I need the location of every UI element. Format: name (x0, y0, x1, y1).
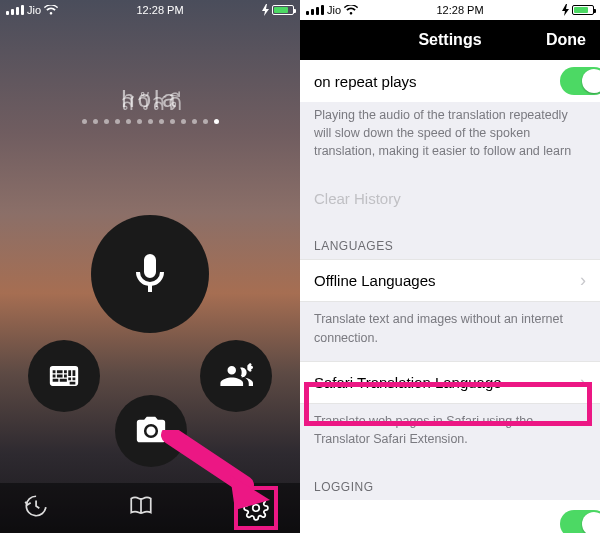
languages-section-header: LANGUAGES (300, 221, 600, 259)
clock-label: 12:28 PM (436, 4, 483, 16)
done-button[interactable]: Done (530, 31, 600, 49)
greeting-overlay-text: สวัสดี (121, 85, 178, 120)
nav-title: Settings (370, 31, 530, 49)
phrasebook-button[interactable] (128, 493, 154, 523)
mic-icon (126, 250, 174, 298)
carrier-label: Jio (27, 4, 41, 16)
carrier-label: Jio (327, 4, 341, 16)
conversation-button[interactable] (200, 340, 272, 412)
greeting-carousel[interactable]: hola สวัสดี (0, 85, 300, 124)
camera-button[interactable] (115, 395, 187, 467)
repeat-plays-desc: Playing the audio of the translation rep… (300, 102, 600, 174)
book-icon (128, 493, 154, 519)
signal-icon (306, 5, 324, 15)
keyboard-icon (47, 359, 81, 393)
battery-icon (272, 5, 294, 15)
offline-languages-desc: Translate text and images without an int… (300, 302, 600, 360)
history-icon (22, 493, 48, 519)
settings-screen: Jio 12:28 PM Settings Done on repeat pla… (300, 0, 600, 533)
logging-toggle[interactable] (560, 510, 600, 533)
wifi-icon (44, 5, 58, 15)
status-bar: Jio 12:28 PM (300, 0, 600, 20)
chevron-right-icon: › (580, 270, 586, 291)
clear-history-button[interactable]: Clear History (300, 174, 600, 221)
gear-icon (243, 495, 269, 521)
wifi-icon (344, 5, 358, 15)
logging-row[interactable] (300, 500, 600, 533)
mic-button[interactable] (91, 215, 209, 333)
bolt-icon (262, 4, 269, 16)
svg-point-1 (253, 505, 260, 512)
offline-languages-row[interactable]: Offline Languages › (300, 259, 600, 302)
battery-icon (572, 5, 594, 15)
safari-translation-desc: Translate web pages in Safari using the … (300, 404, 600, 462)
status-bar: Jio 12:28 PM (0, 0, 300, 20)
offline-languages-label: Offline Languages (314, 272, 436, 289)
translator-home-screen: Jio 12:28 PM hola สวัสดี (0, 0, 300, 533)
bolt-icon (562, 4, 569, 16)
keyboard-button[interactable] (28, 340, 100, 412)
clock-label: 12:28 PM (136, 4, 183, 16)
safari-translation-label: Safari Translation Language (314, 374, 502, 391)
repeat-plays-toggle[interactable] (560, 67, 600, 95)
history-button[interactable] (22, 493, 48, 523)
chevron-right-icon: › (580, 372, 586, 393)
conversation-icon (219, 359, 253, 393)
settings-navbar: Settings Done (300, 20, 600, 60)
logging-section-header: LOGGING (300, 462, 600, 500)
camera-icon (134, 414, 168, 448)
repeat-plays-label: on repeat plays (314, 73, 417, 90)
settings-button[interactable] (234, 486, 278, 530)
settings-scroll[interactable]: on repeat plays Playing the audio of the… (300, 60, 600, 533)
safari-translation-row[interactable]: Safari Translation Language › (300, 361, 600, 404)
repeat-plays-row[interactable]: on repeat plays (300, 60, 600, 102)
signal-icon (6, 5, 24, 15)
bottom-bar (0, 483, 300, 533)
